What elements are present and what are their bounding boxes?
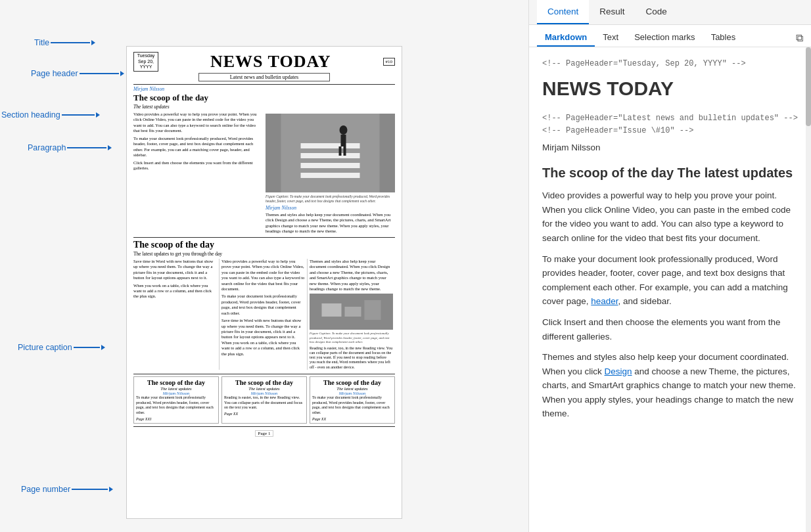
scrollbar-thumb[interactable] — [806, 47, 811, 126]
doc-col3-para1: Themes and styles also help keep your do… — [310, 259, 393, 292]
doc-title-row: TuesdaySep 20,YYYY NEWS TODAY #10 — [133, 52, 395, 72]
doc-author-2: Mirjam Nilsson — [266, 205, 395, 211]
outer-tabs: Content Result Code — [529, 0, 811, 25]
tab-result[interactable]: Result — [589, 0, 635, 24]
doc-section2: The scoop of the day The latest updates … — [133, 237, 395, 370]
left-panel: Title Page header Section heading Paragr… — [0, 0, 528, 532]
annotation-picture-caption-label: Picture caption — [18, 343, 72, 352]
svg-rect-6 — [341, 135, 346, 146]
inner-tab-tables[interactable]: Tables — [703, 29, 744, 47]
doc-mini-2-body: Reading is easier, too, in the new Readi… — [224, 395, 304, 410]
doc-col2-savetime: Save time in Word with new buttons that … — [221, 318, 305, 357]
doc-col1-para1: Save time in Word with new buttons that … — [133, 259, 217, 281]
svg-rect-8 — [344, 146, 346, 156]
doc-mini-2-heading: The scoop of the day — [224, 379, 304, 386]
md-author: Mirjam Nilsson — [542, 141, 798, 155]
annotation-paragraph-label: Paragraph — [28, 143, 66, 152]
doc-mini-3-body: To make your document look professionall… — [312, 395, 392, 416]
doc-3col-2: Video provides a powerful way to help yo… — [221, 259, 308, 370]
md-para-1: Video provides a powerful way to help yo… — [542, 188, 798, 245]
doc-subtitle: Latest news and bulletin updates — [198, 73, 330, 81]
svg-rect-3 — [301, 173, 360, 178]
inner-tab-text[interactable]: Text — [595, 29, 626, 47]
doc-para-4: Themes and styles also help keep your do… — [266, 212, 395, 234]
doc-para-2: To make your document look professionall… — [133, 136, 263, 158]
doc-mini-1: The scoop of the day The latest updates … — [133, 376, 219, 424]
doc-col-img: Figure Caption: To make your document lo… — [266, 112, 395, 234]
doc-mini-3-sub: The latest updates — [312, 386, 392, 391]
doc-section-heading-1: The scoop of the day — [133, 93, 395, 103]
doc-mini-1-heading: The scoop of the day — [136, 379, 216, 386]
inner-tab-markdown[interactable]: Markdown — [537, 29, 595, 47]
md-comment-1: <!-- PageHeader="Tuesday, Sep 20, YYYY" … — [542, 58, 798, 70]
svg-rect-10 — [322, 303, 342, 317]
svg-rect-7 — [339, 146, 342, 156]
doc-3col-3: Themes and styles also help keep your do… — [310, 259, 395, 370]
inner-tab-selection-marks[interactable]: Selection marks — [626, 29, 703, 47]
document-preview: TuesdaySep 20,YYYY NEWS TODAY #10 Latest… — [126, 46, 402, 519]
md-h2: The scoop of the day The latest updates — [542, 162, 798, 183]
svg-rect-12 — [365, 300, 381, 320]
doc-mini-3: The scoop of the day The latest updates … — [310, 376, 395, 424]
doc-caption-1: Figure Caption: To make your document lo… — [266, 194, 395, 204]
svg-rect-2 — [301, 163, 360, 168]
svg-rect-4 — [301, 143, 360, 148]
md-link-design[interactable]: Design — [605, 366, 632, 376]
annotation-page-header-label: Page header — [31, 69, 78, 78]
doc-col1-para2: When you work on a table, click where yo… — [133, 283, 217, 299]
doc-mini-3-page: Page XX — [312, 417, 392, 421]
doc-col2-para1: Video provides a powerful way to help yo… — [221, 259, 305, 292]
doc-col-1: Video provides a powerful way to help yo… — [133, 112, 263, 234]
doc-issue-box: #10 — [383, 58, 396, 66]
doc-heading2-sub: The latest updates to get you through th… — [133, 251, 395, 257]
doc-mini-1-author: Mirjam Nilsson — [136, 391, 216, 395]
md-para-2: To make your document look professionall… — [542, 252, 798, 309]
md-para-3: Click Insert and then choose the element… — [542, 315, 798, 344]
md-comment-2: <!-- PageHeader="Latest news and bulleti… — [542, 112, 798, 137]
doc-3col: Save time in Word with new buttons that … — [133, 259, 395, 370]
md-h1: NEWS TODAY — [542, 73, 798, 104]
annotation-title-label: Title — [34, 38, 49, 47]
doc-mini-1-sub: The latest updates — [136, 386, 216, 391]
annotation-section-heading-label: Section heading — [1, 110, 60, 120]
doc-title: NEWS TODAY — [162, 52, 379, 72]
doc-mini-3-heading: The scoop of the day — [312, 379, 392, 386]
tab-code[interactable]: Code — [636, 0, 678, 24]
doc-mini-2-sub: The latest updates — [224, 386, 304, 391]
doc-caption-2: Figure Caption: To make your document lo… — [310, 332, 393, 345]
doc-mini-1-body: To make your document look professionall… — [136, 395, 216, 416]
md-para-4: Themes and styles also help keep your do… — [542, 350, 798, 421]
doc-mini-row: The scoop of the day The latest updates … — [133, 376, 395, 424]
doc-mini-1-page: Page XXI — [136, 417, 216, 421]
right-panel: Content Result Code Markdown Text Select… — [528, 0, 811, 532]
doc-bottom: The scoop of the day The latest updates … — [133, 374, 395, 424]
doc-image-2 — [310, 294, 393, 330]
svg-rect-11 — [345, 307, 361, 317]
doc-cols-1: Video provides a powerful way to help yo… — [133, 112, 395, 234]
doc-3col-1: Save time in Word with new buttons that … — [133, 259, 220, 370]
doc-page-number: Page 1 — [255, 430, 274, 437]
doc-date-box: TuesdaySep 20,YYYY — [133, 52, 158, 71]
doc-col3-reading: Reading is easier, too, in the new Readi… — [310, 346, 393, 370]
inner-tabs: Markdown Text Selection marks Tables ⧉ — [529, 25, 811, 47]
md-link-header[interactable]: header — [591, 296, 618, 306]
tab-content[interactable]: Content — [537, 0, 589, 24]
doc-image-1 — [266, 114, 395, 192]
doc-mini-3-author: Mirjam Nilsson — [312, 391, 392, 395]
doc-heading2: The scoop of the day — [133, 240, 395, 250]
doc-mini-2-page: Page XX — [224, 412, 304, 416]
doc-footer: Page 1 — [133, 426, 395, 437]
doc-mini-2-author: Mirjam Nilsson — [224, 391, 304, 395]
doc-para-3: Click Insert and then choose the element… — [133, 160, 263, 171]
doc-divider-1 — [133, 84, 395, 85]
svg-point-5 — [340, 125, 348, 135]
annotation-page-number-label: Page number — [21, 485, 70, 494]
doc-section-sub-1: The latest updates — [133, 104, 395, 110]
doc-para-1: Video provides a powerful way to help yo… — [133, 112, 263, 134]
doc-mini-2: The scoop of the day The latest updates … — [221, 376, 307, 424]
right-content: <!-- PageHeader="Tuesday, Sep 20, YYYY" … — [529, 47, 811, 438]
scrollbar-track[interactable] — [806, 47, 811, 532]
copy-icon[interactable]: ⧉ — [796, 32, 803, 44]
doc-col2-para2: To make your document look professionall… — [221, 294, 305, 316]
doc-author-1: Mirjam Nilsson — [133, 86, 395, 92]
